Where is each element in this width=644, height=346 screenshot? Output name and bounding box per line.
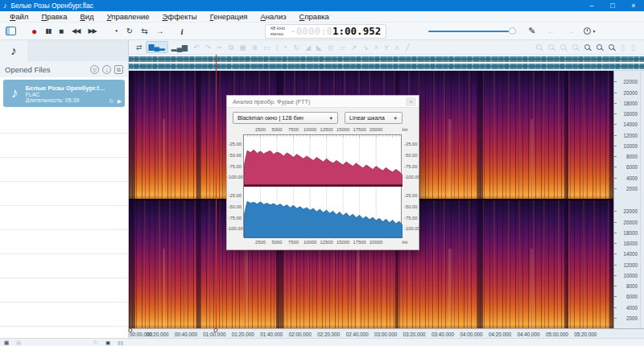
frequency-label: 10000 — [623, 273, 638, 278]
timeline-ruler[interactable]: 00:00.00000:20.00000:40.00001:00.00001:2… — [129, 328, 644, 338]
view-list-icon[interactable]: ▤ — [16, 340, 21, 346]
db-label-right: -50.00 — [404, 153, 417, 158]
crop-button[interactable]: ▭ — [261, 41, 273, 54]
timeline-label: 04:00.000 — [460, 332, 483, 337]
fade-in-button[interactable]: ◢ — [303, 41, 313, 54]
file-list — [0, 109, 128, 338]
waveform-view-toggle[interactable]: ▂▄▆ — [169, 41, 190, 54]
fft-window-select[interactable]: Blackman окно | 128 бин▼ — [233, 112, 338, 124]
fft-bottom-freq-label: 10000 — [303, 240, 316, 245]
maximize-button[interactable]: □ — [602, 0, 623, 11]
sidebar-toggle-button[interactable] — [6, 27, 16, 35]
view-compact-icon[interactable]: ▦ — [4, 340, 9, 346]
dialog-title-bar[interactable]: Анализ преобр. Фурье (FTT) × — [227, 96, 419, 108]
spectral-view-toggle[interactable]: ▆▄▂ — [146, 41, 168, 53]
music-note-icon: ♪ — [11, 85, 19, 101]
zero-crossing-button[interactable]: + — [281, 41, 290, 54]
db-label-right: -25.00 — [404, 193, 417, 198]
menu-3[interactable]: Управление — [101, 12, 156, 21]
play-from-cursor-button[interactable]: → — [156, 23, 164, 39]
file-play-icon[interactable]: ▶ — [118, 98, 122, 105]
history-forward-icon[interactable]: → — [566, 27, 574, 35]
filter-files-icon[interactable]: ▽ — [90, 65, 99, 74]
stop-button[interactable]: ■ — [59, 23, 64, 39]
record-mode-icon[interactable]: ▣ — [105, 340, 110, 346]
select-tool[interactable]: I — [274, 41, 281, 54]
menu-7[interactable]: Справка — [293, 12, 336, 21]
pause-mode-icon[interactable]: ▮▮ — [118, 340, 123, 346]
rewind-button[interactable]: ◀◀ — [72, 23, 80, 39]
timeline-marker[interactable] — [129, 328, 133, 332]
overview-waveform-left — [129, 56, 644, 62]
zoom-selection-button-icon[interactable] — [560, 44, 566, 50]
zoom-in-button-icon[interactable] — [536, 44, 542, 50]
line-tool[interactable]: ╱ — [403, 41, 412, 54]
panel-toggle-a[interactable]: ▯ — [618, 41, 627, 54]
info-button[interactable]: i — [181, 23, 184, 39]
loop-playback-button[interactable]: ↻ — [126, 23, 133, 39]
cut-button[interactable]: ✂ — [214, 41, 225, 54]
redo-button[interactable]: ↷ — [203, 41, 214, 54]
delete-button[interactable]: ⊗ — [250, 41, 261, 54]
timeline-label: 02:20.000 — [317, 332, 340, 337]
zoom-vertical-button-icon[interactable] — [597, 44, 602, 50]
zoom-horizontal-button-icon[interactable] — [584, 44, 590, 50]
vertical-scrollbar[interactable] — [640, 71, 644, 328]
merge-tool[interactable]: ⋏ — [392, 41, 402, 54]
duplicate-file-icon[interactable]: ⧉ — [114, 65, 123, 74]
menu-6[interactable]: Анализ — [254, 12, 292, 21]
repeat-button[interactable]: ⇆ — [141, 23, 147, 39]
minimize-button[interactable]: – — [581, 0, 602, 11]
time-digits-dim: -0000:0 — [290, 25, 332, 37]
play-speed-button[interactable]: ◔ — [114, 23, 118, 39]
envelope-button[interactable]: ▱ — [337, 41, 348, 54]
dialog-close-button[interactable]: × — [406, 97, 416, 106]
marker-pen-icon[interactable]: ✎ — [528, 26, 535, 36]
loop-mode-icon[interactable]: ↻ — [93, 340, 97, 346]
zoom-all-button-icon[interactable] — [572, 44, 578, 50]
panel-toggle-b[interactable]: ▯ — [629, 41, 638, 54]
frequency-label: 20000 — [623, 220, 638, 225]
file-loop-icon[interactable]: ↻ — [109, 98, 114, 105]
tab-opened-files[interactable]: ♪ — [0, 40, 27, 61]
history-back-icon[interactable]: ← — [547, 27, 555, 35]
recent-times-dropdown[interactable]: ▾ — [584, 27, 595, 35]
fade-out-button[interactable]: ◣ — [314, 41, 324, 54]
file-card[interactable]: ♪ Белые Розы Оренбург.flac FLAC Длительн… — [3, 80, 125, 107]
sort-files-icon[interactable]: ↓ — [102, 65, 111, 74]
zoom-reset-button-icon[interactable] — [609, 44, 614, 50]
fft-bottom-freq-label: 12500 — [320, 240, 333, 245]
record-button[interactable]: ● — [31, 23, 37, 39]
menu-1[interactable]: Правка — [35, 12, 73, 21]
overview-strip[interactable] — [129, 55, 644, 71]
spectrogram-quiet-band — [609, 200, 613, 328]
copy-button[interactable]: ⧉ — [226, 41, 236, 54]
window-title: Белые Розы Оренбург.flac — [11, 2, 93, 10]
frequency-label: 18000 — [623, 230, 638, 236]
fast-forward-button[interactable]: ▶▶ — [88, 23, 96, 39]
curve-up-button[interactable]: ↗ — [349, 41, 360, 54]
menu-4[interactable]: Эффекты — [155, 12, 203, 21]
split-tool[interactable]: Y — [382, 41, 391, 54]
spectrogram-loud-band — [357, 249, 359, 328]
normalize-button[interactable]: ◎ — [325, 41, 336, 54]
loop-selection-button[interactable]: ↻ — [291, 41, 302, 54]
frequency-tick — [614, 265, 617, 266]
pause-button[interactable]: ▮▮ — [45, 23, 51, 39]
volume-handle[interactable] — [509, 27, 516, 35]
menu-0[interactable]: Файл — [3, 12, 35, 21]
menu-5[interactable]: Генерация — [204, 12, 254, 21]
cross-tool[interactable]: × — [372, 41, 381, 54]
undo-button[interactable]: ↶ — [191, 41, 202, 54]
time-display: 48 kHz stereo -0000:01:00.952 — [265, 24, 387, 39]
timeline-label: 00:40.000 — [175, 332, 197, 337]
close-button[interactable]: × — [623, 0, 644, 11]
paste-button[interactable]: ▣ — [237, 41, 249, 54]
fft-scale-select[interactable]: Linear шкала▼ — [345, 112, 402, 124]
scroll-tool[interactable]: ⇄ — [134, 41, 145, 54]
curve-down-button[interactable]: ↘ — [360, 41, 371, 54]
menu-2[interactable]: Вид — [73, 12, 100, 21]
zoom-out-button-icon[interactable] — [548, 44, 554, 50]
timeline-marker[interactable] — [214, 328, 218, 332]
volume-slider[interactable] — [428, 27, 514, 35]
